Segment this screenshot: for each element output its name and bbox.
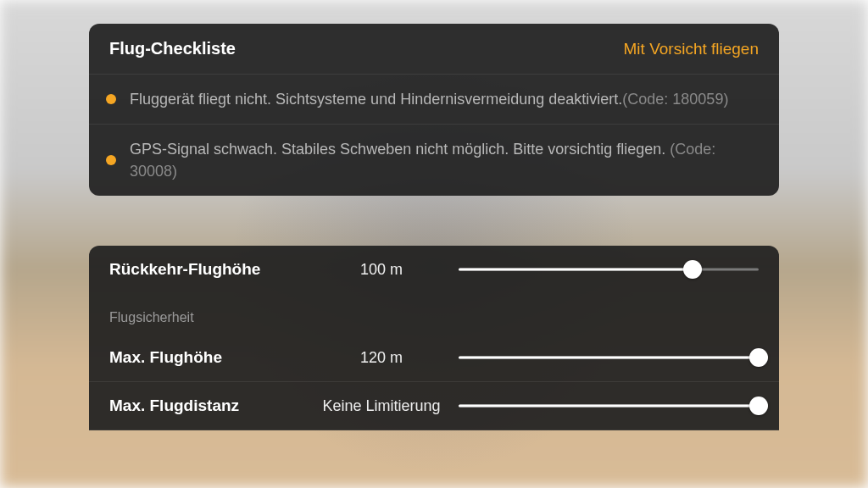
max-altitude-value: 120 m xyxy=(318,349,445,367)
flight-safety-section-label: Flugsicherheit xyxy=(89,293,779,334)
max-distance-value: Keine Limitierung xyxy=(318,397,445,415)
max-altitude-label: Max. Flughöhe xyxy=(109,348,304,367)
slider-thumb[interactable] xyxy=(683,260,702,279)
slider-thumb[interactable] xyxy=(749,396,768,415)
warning-row[interactable]: GPS-Signal schwach. Stabiles Schweben ni… xyxy=(89,125,779,196)
max-distance-label: Max. Flugdistanz xyxy=(109,396,304,415)
divider xyxy=(89,430,779,430)
rth-altitude-row: Rückkehr-Flughöhe 100 m xyxy=(89,246,779,293)
warning-dot-icon xyxy=(106,155,116,165)
slider-fill xyxy=(459,405,759,408)
checklist-titlebar: Flug-Checkliste Mit Vorsicht fliegen xyxy=(89,24,779,74)
max-altitude-row: Max. Flughöhe 120 m xyxy=(89,334,779,381)
warning-dot-icon xyxy=(106,94,116,104)
max-distance-row: Max. Flugdistanz Keine Limitierung xyxy=(89,382,779,430)
warning-text: GPS-Signal schwach. Stabiles Schweben ni… xyxy=(130,138,762,182)
rth-altitude-slider[interactable] xyxy=(459,259,759,280)
slider-fill xyxy=(459,269,693,271)
slider-fill xyxy=(459,357,759,359)
rth-altitude-label: Rückkehr-Flughöhe xyxy=(109,260,304,279)
max-altitude-slider[interactable] xyxy=(459,347,759,368)
flight-checklist-panel: Flug-Checkliste Mit Vorsicht fliegen Flu… xyxy=(89,24,779,196)
warning-row[interactable]: Fluggerät fliegt nicht. Sichtsysteme und… xyxy=(89,75,779,124)
warning-text: Fluggerät fliegt nicht. Sichtsysteme und… xyxy=(130,88,762,110)
slider-thumb[interactable] xyxy=(749,348,768,367)
max-distance-slider[interactable] xyxy=(459,396,759,416)
flight-settings-panel: Rückkehr-Flughöhe 100 m Flugsicherheit M… xyxy=(89,246,779,430)
flight-status-text[interactable]: Mit Vorsicht fliegen xyxy=(624,40,759,58)
rth-altitude-value: 100 m xyxy=(318,261,445,279)
checklist-title: Flug-Checkliste xyxy=(109,39,236,58)
